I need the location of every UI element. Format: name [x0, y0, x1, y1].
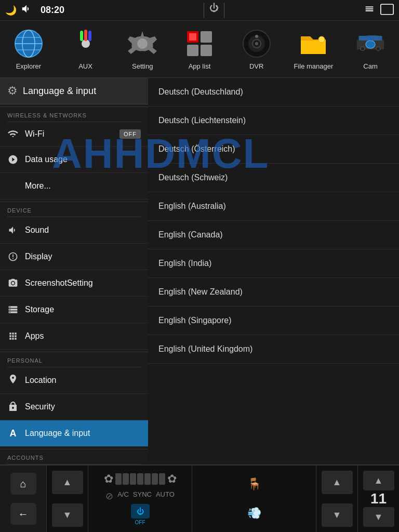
left-up-arrow[interactable]: ▲ [52, 471, 83, 494]
sidebar-item-screenshot[interactable]: ScreenshotSetting [0, 270, 148, 297]
fan-bars [115, 473, 165, 485]
right-up-arrow[interactable]: ▲ [322, 471, 353, 494]
right-arrows: ▲ ▼ [316, 466, 357, 532]
sidebar-item-apps[interactable]: Apps [0, 323, 148, 350]
more-label: More... [25, 181, 51, 191]
lang-item-9[interactable]: English (United Kingdom) [148, 335, 399, 364]
status-time: 08:20 [41, 5, 64, 16]
main-content: ⚙ Language & input WIRELESS & NETWORKS W… [0, 78, 399, 464]
svg-rect-14 [187, 45, 198, 56]
lang-item-3[interactable]: Deutsch (Schweiz) [148, 164, 399, 192]
number-down-arrow[interactable]: ▼ [363, 507, 394, 527]
moon-icon: 🌙 [5, 5, 17, 16]
svg-rect-13 [201, 31, 212, 43]
display-label: Display [25, 252, 52, 261]
sidebar-item-security[interactable]: Security [0, 394, 148, 420]
left-down-arrow[interactable]: ▼ [52, 503, 83, 527]
cam-label: Cam [363, 62, 377, 70]
lang-item-4[interactable]: English (Australia) [148, 192, 399, 221]
sidebar-item-datausage[interactable]: Data usage [0, 147, 148, 173]
apps-icon [7, 330, 19, 342]
right-down-arrow[interactable]: ▼ [322, 503, 353, 527]
section-device-header: DEVICE [0, 202, 148, 217]
wifi-toggle[interactable]: OFF [119, 129, 141, 139]
gear-icon: ⚙ [7, 84, 18, 98]
defrost-icon: ⊘ [105, 490, 113, 502]
fan-bar-1 [115, 473, 122, 485]
app-dvr[interactable]: DVR [233, 28, 280, 70]
svg-point-20 [255, 42, 258, 45]
ac-labels-row: ⊘ A/C SYNC AUTO [105, 490, 175, 502]
bottom-nav: ⌂ ← [0, 466, 47, 532]
sound-icon [7, 224, 19, 236]
sidebar-item-location[interactable]: Location [0, 367, 148, 394]
applist-icon [184, 28, 215, 59]
sidebar-item-language[interactable]: A Language & input [0, 420, 148, 447]
sidebar-item-sound[interactable]: Sound [0, 217, 148, 244]
left-arrows: ▲ ▼ [47, 466, 88, 532]
app-aux[interactable]: AUX [62, 28, 109, 70]
svg-point-25 [366, 41, 375, 48]
lang-item-6[interactable]: English (India) [148, 249, 399, 278]
page-title: Language & input [23, 86, 96, 97]
off-label: OFF [135, 520, 145, 525]
storage-icon [7, 304, 19, 315]
bottom-bar: ⌂ ← ▲ ▼ ✿ ✿ ⊘ A/C SYNC AU [0, 464, 399, 532]
app-setting[interactable]: Setting [119, 28, 166, 70]
lock-icon [7, 401, 19, 413]
back-button[interactable]: ← [10, 503, 36, 525]
setting-label: Setting [132, 62, 153, 70]
fan-controls: ✿ ✿ [104, 472, 177, 486]
filemanager-label: File manager [294, 62, 333, 70]
aux-icon [70, 28, 101, 59]
power-icon: ⏻ [209, 3, 219, 18]
app-applist[interactable]: App list [176, 28, 223, 70]
screenshot-icon [7, 277, 19, 289]
section-accounts-header: ACCOUNTS [0, 449, 148, 464]
fan-left-icon: ✿ [104, 472, 113, 486]
app-cam[interactable]: Cam [347, 28, 394, 70]
dvr-label: DVR [249, 62, 263, 70]
volume-icon [21, 3, 32, 17]
ac-controls: ⊘ A/C SYNC AUTO ⏻ OFF [105, 490, 175, 525]
language-label: Language & input [25, 429, 90, 438]
section-wireless-header: WIRELESS & NETWORKS [0, 107, 148, 122]
wifi-icon [7, 128, 19, 140]
sidebar-item-wifi[interactable]: Wi-Fi OFF [0, 122, 148, 147]
storage-label: Storage [25, 305, 54, 314]
fan-bar-3 [130, 473, 136, 485]
language-icon: A [7, 428, 19, 439]
explorer-icon [13, 28, 44, 59]
sidebar-item-more[interactable]: More... [0, 173, 148, 200]
app-explorer[interactable]: Explorer [5, 28, 52, 70]
status-icons-left: 🌙 08:20 [5, 3, 64, 17]
sync-label: SYNC [133, 490, 152, 502]
screenshot-label: ScreenshotSetting [25, 278, 93, 288]
lang-item-1[interactable]: Deutsch (Liechtenstein) [148, 107, 399, 135]
ac-power-button[interactable]: ⏻ [131, 504, 150, 518]
svg-point-21 [255, 35, 258, 38]
seat-heat-icon: 🪑 [247, 477, 261, 491]
svg-rect-16 [189, 33, 196, 41]
svg-point-28 [376, 47, 380, 51]
apps-label: Apps [25, 331, 44, 341]
svg-rect-0 [381, 4, 393, 15]
sidebar-item-display[interactable]: Display [0, 244, 148, 270]
right-panel: Deutsch (Deutschland) Deutsch (Liechtens… [148, 78, 399, 464]
svg-point-29 [11, 282, 14, 284]
lang-item-7[interactable]: English (New Zealand) [148, 278, 399, 307]
status-bar: 🌙 08:20 ⏻ [0, 0, 399, 21]
lang-item-5[interactable]: English (Canada) [148, 221, 399, 249]
sidebar-item-storage[interactable]: Storage [0, 297, 148, 323]
number-section: ▲ 11 ▼ [357, 466, 399, 532]
lang-item-2[interactable]: Deutsch (Österreich) [148, 135, 399, 164]
lang-item-8[interactable]: English (Singapore) [148, 307, 399, 335]
datausage-label: Data usage [25, 155, 68, 164]
sidebar: ⚙ Language & input WIRELESS & NETWORKS W… [0, 78, 148, 464]
home-button[interactable]: ⌂ [10, 473, 36, 495]
section-personal-header: PERSONAL [0, 352, 148, 367]
lang-item-0[interactable]: Deutsch (Deutschland) [148, 78, 399, 107]
app-filemanager[interactable]: File manager [290, 28, 337, 70]
number-up-arrow[interactable]: ▲ [363, 471, 394, 490]
temperature-number: 11 [370, 490, 387, 507]
